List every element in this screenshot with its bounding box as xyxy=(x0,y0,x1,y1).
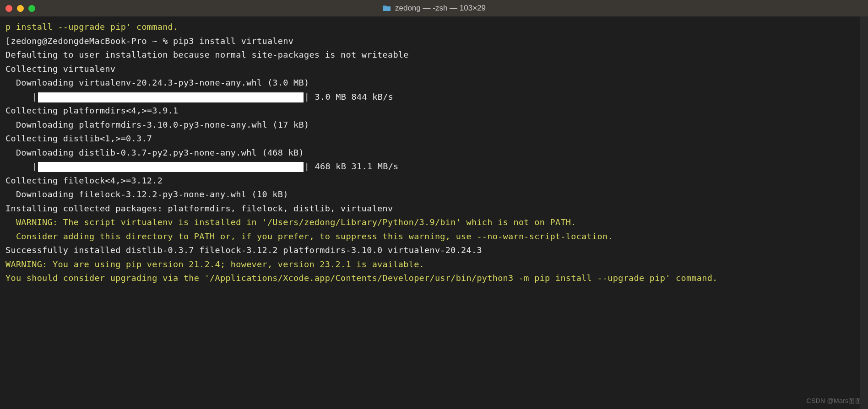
terminal-line: Downloading platformdirs-3.10.0-py3-none… xyxy=(5,118,863,132)
terminal-line: || 468 kB 31.1 MB/s xyxy=(5,160,863,174)
terminal-line: You should consider upgrading via the '/… xyxy=(5,271,863,285)
maximize-button[interactable] xyxy=(28,5,35,12)
terminal-line: Successfully installed distlib-0.3.7 fil… xyxy=(5,243,863,258)
terminal-line: Defaulting to user installation because … xyxy=(5,48,863,62)
terminal-line: [zedong@ZedongdeMacBook-Pro ~ % pip3 ins… xyxy=(5,34,863,48)
scrollbar[interactable] xyxy=(860,16,868,409)
terminal-window: zedong — -zsh — 103×29 p install --upgra… xyxy=(0,0,868,409)
progress-bar xyxy=(38,92,304,102)
titlebar[interactable]: zedong — -zsh — 103×29 xyxy=(0,0,868,16)
terminal-body[interactable]: p install --upgrade pip' command.[zedong… xyxy=(0,16,868,409)
watermark: CSDN @Mars图图 xyxy=(807,396,862,406)
terminal-line: Installing collected packages: platformd… xyxy=(5,202,863,216)
terminal-line: WARNING: The script virtualenv is instal… xyxy=(5,215,863,230)
progress-suffix: | 3.0 MB 844 kB/s xyxy=(304,92,393,102)
progress-suffix: | 468 kB 31.1 MB/s xyxy=(304,161,399,171)
window-title: zedong — -zsh — 103×29 xyxy=(382,4,486,13)
terminal-line: Collecting distlib<1,>=0.3.7 xyxy=(5,132,863,146)
terminal-line: WARNING: You are using pip version 21.2.… xyxy=(5,258,863,272)
close-button[interactable] xyxy=(5,5,12,12)
terminal-line: || 3.0 MB 844 kB/s xyxy=(5,90,863,104)
terminal-line: p install --upgrade pip' command. xyxy=(5,20,863,34)
terminal-line: Collecting filelock<4,>=3.12.2 xyxy=(5,174,863,188)
folder-icon xyxy=(382,5,391,12)
terminal-line: Collecting virtualenv xyxy=(5,62,863,76)
window-title-text: zedong — -zsh — 103×29 xyxy=(395,4,486,13)
progress-prefix: | xyxy=(5,92,37,102)
terminal-line: Downloading virtualenv-20.24.3-py3-none-… xyxy=(5,76,863,90)
terminal-line: Collecting platformdirs<4,>=3.9.1 xyxy=(5,104,863,118)
traffic-lights xyxy=(5,5,35,12)
progress-prefix: | xyxy=(5,161,37,171)
terminal-line: Downloading filelock-3.12.2-py3-none-any… xyxy=(5,188,863,202)
terminal-line: Consider adding this directory to PATH o… xyxy=(5,230,863,244)
terminal-line: Downloading distlib-0.3.7-py2.py3-none-a… xyxy=(5,146,863,160)
minimize-button[interactable] xyxy=(17,5,24,12)
progress-bar xyxy=(38,162,304,172)
